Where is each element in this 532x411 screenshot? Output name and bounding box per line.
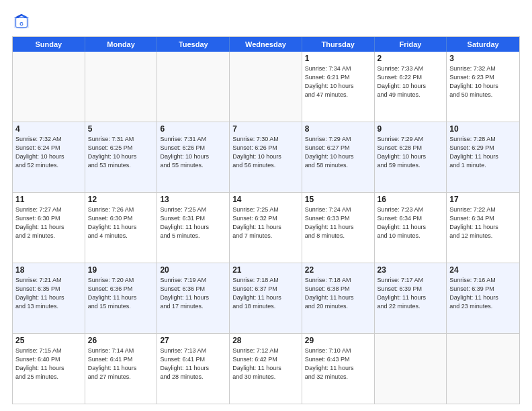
day-number: 11: [15, 195, 82, 204]
day-cell-25: 25Sunrise: 7:15 AMSunset: 6:40 PMDayligh…: [13, 334, 85, 404]
day-number: 8: [305, 124, 371, 134]
day-number: 3: [449, 54, 517, 63]
empty-cell: [157, 52, 230, 122]
day-number: 21: [232, 265, 299, 275]
day-number: 22: [305, 265, 371, 275]
day-cell-28: 28Sunrise: 7:12 AMSunset: 6:42 PMDayligh…: [230, 334, 302, 404]
day-info: Sunrise: 7:21 AMSunset: 6:35 PMDaylight:…: [15, 276, 82, 311]
day-info: Sunrise: 7:34 AMSunset: 6:21 PMDaylight:…: [305, 64, 371, 99]
day-info: Sunrise: 7:20 AMSunset: 6:36 PMDaylight:…: [88, 276, 154, 311]
day-cell-14: 14Sunrise: 7:25 AMSunset: 6:32 PMDayligh…: [230, 193, 302, 263]
week-row-3: 11Sunrise: 7:27 AMSunset: 6:30 PMDayligh…: [13, 192, 519, 263]
day-cell-22: 22Sunrise: 7:18 AMSunset: 6:38 PMDayligh…: [302, 263, 375, 333]
day-number: 28: [232, 336, 299, 345]
svg-text:G: G: [19, 21, 24, 26]
day-cell-16: 16Sunrise: 7:23 AMSunset: 6:34 PMDayligh…: [375, 193, 447, 263]
day-number: 13: [160, 195, 226, 204]
day-number: 15: [305, 195, 371, 204]
day-cell-11: 11Sunrise: 7:27 AMSunset: 6:30 PMDayligh…: [13, 193, 85, 263]
day-info: Sunrise: 7:18 AMSunset: 6:37 PMDaylight:…: [232, 276, 299, 311]
day-cell-6: 6Sunrise: 7:31 AMSunset: 6:26 PMDaylight…: [157, 122, 230, 192]
cal-header-tuesday: Tuesday: [157, 37, 230, 52]
day-info: Sunrise: 7:33 AMSunset: 6:22 PMDaylight:…: [378, 64, 444, 99]
day-number: 6: [160, 124, 226, 134]
cal-header-friday: Friday: [375, 37, 447, 52]
day-info: Sunrise: 7:24 AMSunset: 6:33 PMDaylight:…: [305, 205, 371, 240]
empty-cell: [375, 334, 447, 404]
day-number: 29: [305, 336, 371, 345]
day-info: Sunrise: 7:25 AMSunset: 6:32 PMDaylight:…: [232, 205, 299, 240]
day-cell-27: 27Sunrise: 7:13 AMSunset: 6:41 PMDayligh…: [157, 334, 230, 404]
day-info: Sunrise: 7:18 AMSunset: 6:38 PMDaylight:…: [305, 276, 371, 311]
day-number: 4: [15, 124, 82, 134]
cal-header-thursday: Thursday: [302, 37, 375, 52]
header: G: [12, 12, 520, 31]
day-info: Sunrise: 7:17 AMSunset: 6:39 PMDaylight:…: [378, 276, 444, 311]
day-cell-23: 23Sunrise: 7:17 AMSunset: 6:39 PMDayligh…: [375, 263, 447, 333]
day-cell-18: 18Sunrise: 7:21 AMSunset: 6:35 PMDayligh…: [13, 263, 85, 333]
day-info: Sunrise: 7:29 AMSunset: 6:28 PMDaylight:…: [378, 135, 444, 170]
day-number: 19: [88, 265, 154, 275]
day-number: 20: [160, 265, 226, 275]
day-cell-24: 24Sunrise: 7:16 AMSunset: 6:39 PMDayligh…: [447, 263, 519, 333]
day-cell-2: 2Sunrise: 7:33 AMSunset: 6:22 PMDaylight…: [375, 52, 447, 122]
calendar: SundayMondayTuesdayWednesdayThursdayFrid…: [12, 36, 520, 404]
day-number: 17: [449, 195, 517, 204]
day-cell-8: 8Sunrise: 7:29 AMSunset: 6:27 PMDaylight…: [302, 122, 375, 192]
logo: G: [12, 12, 34, 31]
day-info: Sunrise: 7:19 AMSunset: 6:36 PMDaylight:…: [160, 276, 226, 311]
day-cell-21: 21Sunrise: 7:18 AMSunset: 6:37 PMDayligh…: [230, 263, 302, 333]
page: G SundayMondayTuesdayWednesdayThursdayFr…: [0, 0, 532, 411]
cal-header-saturday: Saturday: [447, 37, 519, 52]
day-cell-10: 10Sunrise: 7:28 AMSunset: 6:29 PMDayligh…: [447, 122, 519, 192]
day-cell-9: 9Sunrise: 7:29 AMSunset: 6:28 PMDaylight…: [375, 122, 447, 192]
day-info: Sunrise: 7:15 AMSunset: 6:40 PMDaylight:…: [15, 347, 82, 381]
day-info: Sunrise: 7:32 AMSunset: 6:23 PMDaylight:…: [449, 64, 517, 99]
day-number: 1: [305, 54, 371, 63]
day-info: Sunrise: 7:16 AMSunset: 6:39 PMDaylight:…: [449, 276, 517, 311]
week-row-2: 4Sunrise: 7:32 AMSunset: 6:24 PMDaylight…: [13, 122, 519, 192]
week-row-4: 18Sunrise: 7:21 AMSunset: 6:35 PMDayligh…: [13, 263, 519, 333]
day-number: 27: [160, 336, 226, 345]
day-cell-20: 20Sunrise: 7:19 AMSunset: 6:36 PMDayligh…: [157, 263, 230, 333]
day-info: Sunrise: 7:31 AMSunset: 6:25 PMDaylight:…: [88, 135, 154, 170]
calendar-body: 1Sunrise: 7:34 AMSunset: 6:21 PMDaylight…: [13, 52, 519, 404]
empty-cell: [13, 52, 85, 122]
day-cell-13: 13Sunrise: 7:25 AMSunset: 6:31 PMDayligh…: [157, 193, 230, 263]
week-row-1: 1Sunrise: 7:34 AMSunset: 6:21 PMDaylight…: [13, 52, 519, 122]
day-info: Sunrise: 7:27 AMSunset: 6:30 PMDaylight:…: [15, 205, 82, 240]
cal-header-monday: Monday: [85, 37, 158, 52]
day-cell-26: 26Sunrise: 7:14 AMSunset: 6:41 PMDayligh…: [85, 334, 158, 404]
empty-cell: [230, 52, 302, 122]
day-number: 25: [15, 336, 82, 345]
day-info: Sunrise: 7:32 AMSunset: 6:24 PMDaylight:…: [15, 135, 82, 170]
day-info: Sunrise: 7:26 AMSunset: 6:30 PMDaylight:…: [88, 205, 154, 240]
day-info: Sunrise: 7:31 AMSunset: 6:26 PMDaylight:…: [160, 135, 226, 170]
day-cell-7: 7Sunrise: 7:30 AMSunset: 6:26 PMDaylight…: [230, 122, 302, 192]
day-info: Sunrise: 7:30 AMSunset: 6:26 PMDaylight:…: [232, 135, 299, 170]
empty-cell: [447, 334, 519, 404]
day-info: Sunrise: 7:13 AMSunset: 6:41 PMDaylight:…: [160, 347, 226, 381]
cal-header-wednesday: Wednesday: [230, 37, 302, 52]
day-cell-19: 19Sunrise: 7:20 AMSunset: 6:36 PMDayligh…: [85, 263, 158, 333]
day-number: 10: [449, 124, 517, 134]
day-number: 2: [378, 54, 444, 63]
day-info: Sunrise: 7:23 AMSunset: 6:34 PMDaylight:…: [378, 205, 444, 240]
cal-header-sunday: Sunday: [13, 37, 85, 52]
day-info: Sunrise: 7:28 AMSunset: 6:29 PMDaylight:…: [449, 135, 517, 170]
day-number: 9: [378, 124, 444, 134]
day-info: Sunrise: 7:10 AMSunset: 6:43 PMDaylight:…: [305, 347, 371, 381]
day-cell-3: 3Sunrise: 7:32 AMSunset: 6:23 PMDaylight…: [447, 52, 519, 122]
day-number: 26: [88, 336, 154, 345]
day-number: 14: [232, 195, 299, 204]
day-cell-17: 17Sunrise: 7:22 AMSunset: 6:34 PMDayligh…: [447, 193, 519, 263]
day-info: Sunrise: 7:22 AMSunset: 6:34 PMDaylight:…: [449, 205, 517, 240]
day-number: 5: [88, 124, 154, 134]
empty-cell: [85, 52, 158, 122]
day-number: 7: [232, 124, 299, 134]
calendar-header: SundayMondayTuesdayWednesdayThursdayFrid…: [13, 37, 519, 52]
day-cell-4: 4Sunrise: 7:32 AMSunset: 6:24 PMDaylight…: [13, 122, 85, 192]
day-info: Sunrise: 7:29 AMSunset: 6:27 PMDaylight:…: [305, 135, 371, 170]
day-info: Sunrise: 7:14 AMSunset: 6:41 PMDaylight:…: [88, 347, 154, 381]
week-row-5: 25Sunrise: 7:15 AMSunset: 6:40 PMDayligh…: [13, 333, 519, 404]
